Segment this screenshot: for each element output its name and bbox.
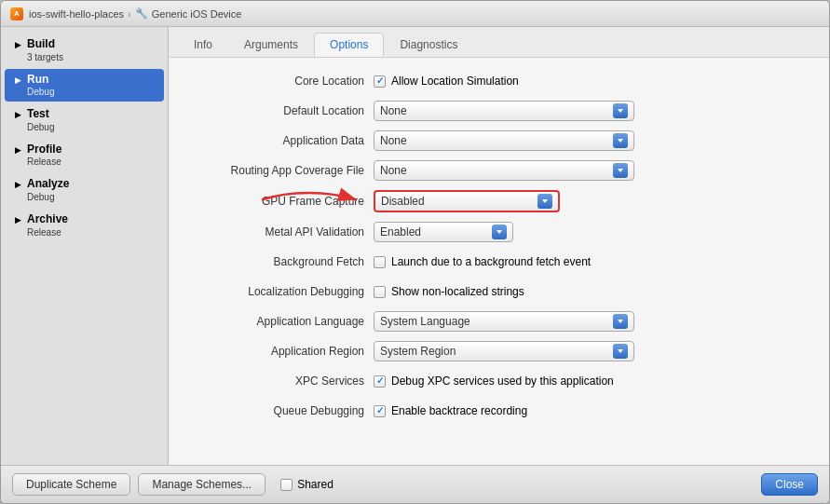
archive-title: Archive	[27, 212, 68, 227]
sidebar: ▶ Build 3 targets ▶ Run Debug ▶ Test	[1, 27, 169, 465]
gpu-frame-capture-select[interactable]: Disabled	[374, 190, 560, 212]
gpu-frame-capture-arrow-icon	[537, 194, 552, 209]
routing-coverage-arrow-icon	[613, 163, 628, 178]
device-name[interactable]: Generic iOS Device	[152, 8, 242, 20]
application-data-select[interactable]: None	[374, 130, 634, 151]
main-window: A ios-swift-hello-places › 🔧 Generic iOS…	[0, 0, 830, 504]
sidebar-item-profile[interactable]: ▶ Profile Release	[5, 139, 164, 172]
sidebar-item-archive[interactable]: ▶ Archive Release	[5, 209, 164, 242]
xpc-services-control: Debug XPC services used by this applicat…	[374, 375, 810, 388]
background-fetch-row: Background Fetch Launch due to a backgro…	[187, 252, 810, 272]
wrench-icon: 🔧	[135, 7, 148, 20]
gpu-frame-capture-row: GPU Frame Capture Disabled	[187, 190, 810, 212]
application-language-select[interactable]: System Language	[374, 311, 634, 332]
routing-coverage-row: Routing App Coverage File None	[187, 160, 810, 181]
test-arrow-icon: ▶	[12, 109, 23, 120]
gpu-frame-capture-value: Disabled	[381, 195, 534, 208]
sidebar-item-run[interactable]: ▶ Run Debug	[5, 69, 164, 102]
queue-debugging-control: Enable backtrace recording	[374, 404, 810, 417]
application-region-value: System Region	[380, 345, 609, 358]
shared-checkbox[interactable]	[280, 479, 293, 491]
run-content: Run Debug	[27, 73, 54, 99]
application-data-value: None	[380, 134, 609, 147]
xpc-services-checkbox-label: Debug XPC services used by this applicat…	[391, 375, 614, 388]
application-language-control: System Language	[374, 311, 810, 332]
gpu-frame-capture-label: GPU Frame Capture	[187, 195, 374, 208]
xpc-services-checkbox[interactable]	[374, 375, 386, 388]
localization-debugging-checkbox-label: Show non-localized strings	[391, 285, 524, 298]
archive-content: Archive Release	[27, 212, 68, 238]
routing-coverage-label: Routing App Coverage File	[187, 164, 374, 177]
shared-checkbox-area: Shared	[280, 478, 333, 491]
duplicate-scheme-button[interactable]: Duplicate Scheme	[12, 473, 130, 496]
breadcrumb: ios-swift-hello-places › 🔧 Generic iOS D…	[29, 7, 241, 20]
default-location-arrow-icon	[613, 103, 628, 118]
run-arrow-icon: ▶	[12, 75, 23, 86]
default-location-row: Default Location None	[187, 101, 810, 121]
archive-subtitle: Release	[27, 227, 68, 238]
tab-options[interactable]: Options	[314, 33, 384, 57]
sidebar-item-build[interactable]: ▶ Build 3 targets	[5, 34, 164, 67]
profile-subtitle: Release	[27, 157, 61, 168]
analyze-content: Analyze Debug	[27, 177, 69, 203]
xpc-services-label: XPC Services	[187, 375, 374, 388]
default-location-control: None	[374, 101, 810, 121]
tab-bar: Info Arguments Options Diagnostics	[169, 27, 829, 58]
settings-panel: Core Location Allow Location Simulation …	[169, 58, 829, 465]
profile-title: Profile	[27, 143, 61, 157]
localization-debugging-label: Localization Debugging	[187, 285, 374, 298]
tab-info[interactable]: Info	[178, 33, 228, 57]
profile-arrow-icon: ▶	[12, 144, 23, 156]
build-arrow-icon: ▶	[12, 39, 23, 50]
close-button[interactable]: Close	[761, 473, 818, 496]
background-fetch-checkbox[interactable]	[374, 256, 386, 268]
xpc-services-row: XPC Services Debug XPC services used by …	[187, 371, 810, 391]
application-region-control: System Region	[374, 341, 810, 361]
test-title: Test	[27, 107, 54, 122]
build-title: Build	[27, 37, 63, 52]
application-data-arrow-icon	[613, 133, 628, 148]
queue-debugging-row: Queue Debugging Enable backtrace recordi…	[187, 401, 810, 421]
application-language-label: Application Language	[187, 315, 374, 328]
queue-debugging-checkbox-label: Enable backtrace recording	[391, 404, 527, 417]
core-location-checkbox[interactable]	[374, 75, 386, 88]
bottom-bar: Duplicate Scheme Manage Schemes... Share…	[1, 465, 829, 503]
application-region-select[interactable]: System Region	[374, 341, 634, 361]
application-region-label: Application Region	[187, 345, 374, 358]
routing-coverage-select[interactable]: None	[374, 160, 634, 181]
default-location-select[interactable]: None	[374, 101, 634, 121]
background-fetch-checkbox-label: Launch due to a background fetch event	[391, 255, 591, 268]
analyze-arrow-icon: ▶	[12, 179, 23, 190]
core-location-checkbox-label: Allow Location Simulation	[391, 75, 519, 88]
xcode-icon: A	[10, 7, 23, 20]
tab-arguments[interactable]: Arguments	[228, 33, 314, 57]
application-region-arrow-icon	[613, 344, 628, 359]
metal-api-validation-select[interactable]: Enabled	[374, 222, 513, 242]
metal-api-validation-row: Metal API Validation Enabled	[187, 222, 810, 242]
manage-schemes-button[interactable]: Manage Schemes...	[138, 473, 265, 496]
core-location-row: Core Location Allow Location Simulation	[187, 71, 810, 91]
sidebar-item-test[interactable]: ▶ Test Debug	[5, 103, 164, 137]
metal-api-validation-arrow-icon	[492, 225, 507, 239]
application-data-row: Application Data None	[187, 130, 810, 151]
sidebar-item-analyze[interactable]: ▶ Analyze Debug	[5, 173, 164, 207]
run-subtitle: Debug	[27, 87, 54, 98]
localization-debugging-checkbox[interactable]	[374, 286, 386, 298]
analyze-subtitle: Debug	[27, 192, 69, 203]
queue-debugging-checkbox[interactable]	[374, 405, 386, 417]
project-name[interactable]: ios-swift-hello-places	[29, 8, 124, 20]
tab-diagnostics[interactable]: Diagnostics	[384, 33, 473, 57]
metal-api-validation-control: Enabled	[374, 222, 810, 242]
core-location-label: Core Location	[187, 75, 374, 88]
test-content: Test Debug	[27, 107, 54, 133]
application-region-row: Application Region System Region	[187, 341, 810, 361]
localization-debugging-control: Show non-localized strings	[374, 285, 810, 298]
build-subtitle: 3 targets	[27, 52, 63, 63]
breadcrumb-separator: ›	[128, 8, 131, 20]
gpu-frame-capture-control: Disabled	[374, 190, 810, 212]
content-area: Info Arguments Options Diagnostics Core …	[169, 27, 829, 465]
default-location-value: None	[380, 104, 609, 117]
background-fetch-control: Launch due to a background fetch event	[374, 255, 810, 268]
test-subtitle: Debug	[27, 122, 54, 133]
default-location-label: Default Location	[187, 104, 374, 117]
